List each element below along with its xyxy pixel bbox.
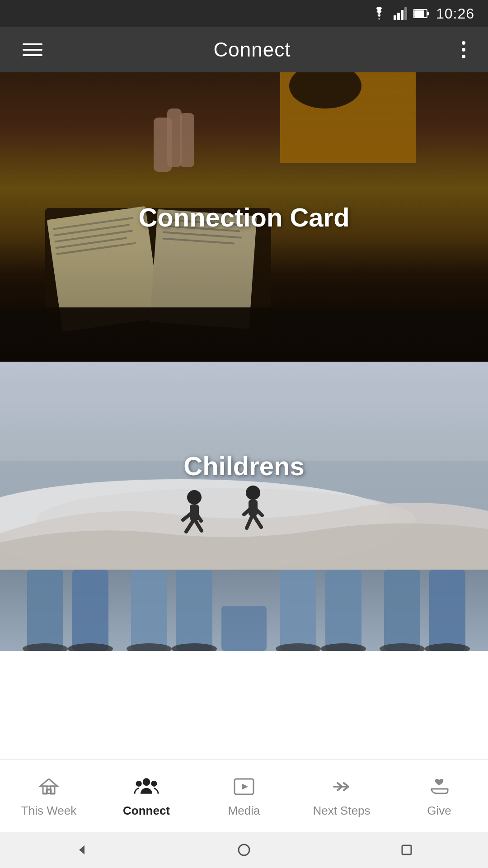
- svg-marker-68: [242, 783, 248, 790]
- svg-rect-52: [429, 570, 465, 651]
- svg-rect-0: [394, 15, 396, 20]
- give-icon: [427, 774, 452, 799]
- svg-rect-49: [280, 570, 316, 651]
- svg-rect-51: [384, 570, 420, 651]
- svg-rect-46: [131, 570, 167, 651]
- status-bar: 10:26: [0, 0, 488, 27]
- svg-point-64: [143, 778, 150, 786]
- nav-label-connect: Connect: [123, 804, 170, 818]
- hamburger-line-3: [23, 54, 42, 56]
- svg-rect-48: [221, 606, 267, 651]
- more-dot-1: [462, 41, 465, 45]
- svg-rect-2: [401, 10, 404, 20]
- android-nav-bar: [0, 832, 488, 868]
- nav-item-this-week[interactable]: This Week: [0, 760, 98, 832]
- app-header: Connect: [0, 27, 488, 72]
- connection-card[interactable]: Connection Card: [0, 72, 488, 362]
- nav-item-next-steps[interactable]: Next Steps: [293, 760, 390, 832]
- svg-point-70: [239, 844, 249, 855]
- childrens-card[interactable]: Childrens: [0, 362, 488, 570]
- nav-label-media: Media: [228, 804, 260, 818]
- svg-rect-1: [397, 13, 400, 20]
- svg-rect-5: [414, 10, 424, 17]
- nav-item-give[interactable]: Give: [390, 760, 488, 832]
- wifi-icon: [371, 7, 387, 20]
- nav-label-this-week: This Week: [21, 804, 76, 818]
- svg-rect-50: [325, 570, 361, 651]
- hamburger-button[interactable]: [18, 39, 47, 61]
- home-circle-icon: [237, 843, 251, 857]
- nav-label-next-steps: Next Steps: [313, 804, 370, 818]
- svg-rect-6: [427, 12, 429, 15]
- media-icon: [231, 774, 257, 799]
- status-time: 10:26: [436, 5, 474, 22]
- android-recent-button[interactable]: [389, 839, 425, 861]
- more-dot-2: [462, 48, 465, 52]
- svg-rect-44: [27, 570, 63, 651]
- next-steps-icon: [329, 774, 354, 799]
- svg-rect-71: [402, 845, 411, 854]
- svg-rect-3: [404, 7, 407, 20]
- battery-icon: [413, 8, 430, 19]
- main-content: Connection Card: [0, 72, 488, 760]
- more-dot-3: [462, 55, 465, 58]
- svg-point-65: [136, 781, 142, 787]
- svg-rect-45: [72, 570, 108, 651]
- connection-card-label: Connection Card: [138, 202, 349, 232]
- third-card[interactable]: [0, 570, 488, 651]
- hamburger-line-1: [23, 43, 42, 45]
- home-icon: [36, 774, 61, 799]
- hamburger-line-2: [23, 49, 42, 51]
- third-card-bg: [0, 570, 488, 651]
- android-back-button[interactable]: [63, 839, 99, 861]
- signal-icon: [394, 7, 407, 20]
- nav-label-give: Give: [427, 804, 451, 818]
- connect-icon: [134, 774, 159, 799]
- bottom-nav: This Week Connect: [0, 760, 488, 832]
- back-arrow-icon: [75, 843, 88, 857]
- svg-rect-63: [47, 790, 51, 793]
- svg-marker-69: [79, 845, 84, 854]
- more-options-button[interactable]: [457, 37, 470, 63]
- childrens-card-label: Childrens: [183, 451, 305, 481]
- svg-point-66: [151, 781, 157, 787]
- header-title: Connect: [214, 38, 291, 61]
- nav-item-connect[interactable]: Connect: [98, 760, 195, 832]
- third-scene-svg: [0, 570, 488, 651]
- recent-apps-icon: [401, 844, 413, 856]
- svg-rect-47: [176, 570, 212, 651]
- nav-item-media[interactable]: Media: [195, 760, 293, 832]
- android-home-button[interactable]: [226, 839, 262, 861]
- status-icons: 10:26: [371, 5, 474, 22]
